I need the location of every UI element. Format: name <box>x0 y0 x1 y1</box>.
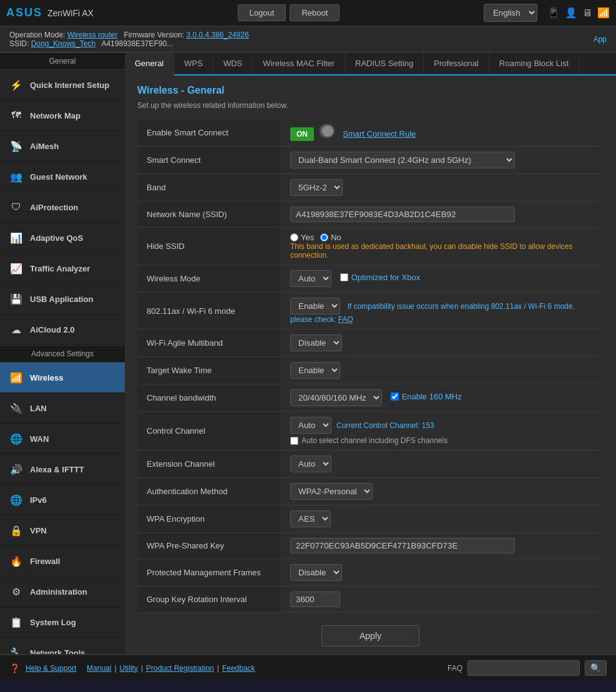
tab-professional[interactable]: Professional <box>424 52 489 74</box>
wifi-agile-select[interactable]: Disable <box>290 334 342 351</box>
op-mode-value[interactable]: Wireless router <box>67 31 118 39</box>
smart-connect-select[interactable]: Dual-Band Smart Connect (2.4GHz and 5GHz… <box>290 152 515 168</box>
logout-button[interactable]: Logout <box>238 4 286 21</box>
sidebar-item-wireless[interactable]: 📶 Wireless <box>0 363 125 393</box>
row-group-key: Group Key Rotation Interval <box>137 587 604 613</box>
administration-icon: ⚙ <box>7 583 25 600</box>
tab-wps[interactable]: WPS <box>174 52 213 74</box>
band-select[interactable]: 5GHz-2 <box>290 179 343 196</box>
sidebar-label-wan: WAN <box>30 434 49 444</box>
app-icon[interactable]: 📱 <box>547 7 560 19</box>
channel-bandwidth-select[interactable]: 20/40/80/160 MHz <box>290 389 382 406</box>
sidebar-label-alexa: Alexa & IFTTT <box>30 465 84 474</box>
wifi-icon[interactable]: 📶 <box>597 7 610 19</box>
utility-link[interactable]: Utility <box>120 664 138 673</box>
row-target-wake: Target Wake Time Enable <box>137 357 604 384</box>
smart-connect-rule-link[interactable]: Smart Connect Rule <box>343 129 416 139</box>
sidebar-label-administration: Administration <box>30 587 87 597</box>
sidebar-item-alexa-ifttt[interactable]: 🔊 Alexa & IFTTT <box>0 454 125 485</box>
sidebar-item-adaptive-qos[interactable]: 📊 Adaptive QoS <box>0 223 125 253</box>
sidebar-item-aimesh[interactable]: 📡 AiMesh <box>0 131 125 162</box>
content-area: General WPS WDS Wireless MAC Filter RADI… <box>125 52 616 654</box>
smart-connect-toggle-slider[interactable] <box>320 124 335 138</box>
manual-link[interactable]: Manual <box>87 664 111 673</box>
header-icons: 📱 👤 🖥 📶 <box>547 7 610 19</box>
hide-ssid-yes-label[interactable]: Yes <box>290 233 314 242</box>
row-hide-ssid: Hide SSID Yes No This band is used as de… <box>137 228 604 265</box>
tab-general[interactable]: General <box>125 52 174 76</box>
group-key-input[interactable] <box>290 592 340 607</box>
sidebar-label-network-tools: Network Tools <box>30 648 86 655</box>
sidebar-item-administration[interactable]: ⚙ Administration <box>0 577 125 607</box>
label-enable-smart-connect: Enable Smart Connect <box>137 119 281 147</box>
firmware-value[interactable]: 3.0.0.4.386_24926 <box>186 31 248 39</box>
value-auth-method: WPA2-Personal <box>281 478 604 505</box>
help-support-link[interactable]: Help & Support <box>26 664 76 673</box>
pmf-select[interactable]: Disable <box>290 564 342 581</box>
sidebar-item-guest-network[interactable]: 👥 Guest Network <box>0 162 125 192</box>
extension-channel-select[interactable]: Auto <box>290 456 331 472</box>
hide-ssid-no-radio[interactable] <box>320 233 328 241</box>
product-registration-link[interactable]: Product Registration <box>146 664 214 673</box>
wireless-mode-select[interactable]: Auto <box>290 270 331 287</box>
sidebar-general-label: General <box>0 52 125 70</box>
row-smart-connect: Smart Connect Dual-Band Smart Connect (2… <box>137 147 604 174</box>
value-smart-connect: Dual-Band Smart Connect (2.4GHz and 5GHz… <box>281 147 604 174</box>
hide-ssid-no-label[interactable]: No <box>320 233 341 242</box>
label-group-key: Group Key Rotation Interval <box>137 587 281 613</box>
sidebar-item-vpn[interactable]: 🔒 VPN <box>0 515 125 546</box>
lan-icon: 🔌 <box>7 399 25 417</box>
ssid-input[interactable] <box>290 207 515 222</box>
enable-160mhz-label[interactable]: Enable 160 MHz <box>391 392 462 401</box>
sidebar-item-usb-application[interactable]: 💾 USB Application <box>0 284 125 314</box>
sidebar-item-aicloud[interactable]: ☁ AiCloud 2.0 <box>0 314 125 345</box>
optimized-xbox-label[interactable]: Optimized for Xbox <box>340 273 421 282</box>
sidebar-item-system-log[interactable]: 📋 System Log <box>0 607 125 638</box>
language-select[interactable]: English <box>484 4 537 22</box>
control-channel-select[interactable]: Auto <box>290 417 331 434</box>
enable-160mhz-checkbox[interactable] <box>391 392 399 401</box>
hide-ssid-yes-radio[interactable] <box>290 233 298 241</box>
value-channel-bandwidth: 20/40/80/160 MHz Enable 160 MHz <box>281 384 604 412</box>
sidebar-item-network-map[interactable]: 🗺 Network Map <box>0 100 125 131</box>
user-icon[interactable]: 👤 <box>565 7 577 19</box>
display-icon[interactable]: 🖥 <box>582 7 592 19</box>
page-title: Wireless - General <box>137 85 604 96</box>
ssid-value[interactable]: Dong_Knows_Tech <box>31 39 95 48</box>
row-wifi-agile: Wi-Fi Agile Multiband Disable <box>137 329 604 357</box>
tab-roaming-block-list[interactable]: Roaming Block List <box>489 52 579 74</box>
faq-search-input[interactable] <box>467 660 580 676</box>
80211ax-faq-link[interactable]: FAQ <box>338 315 353 324</box>
dfs-checkbox[interactable] <box>290 437 298 445</box>
value-80211ax: Enable If compatibility issue occurs whe… <box>281 293 604 329</box>
sidebar-item-network-tools[interactable]: 🔧 Network Tools <box>0 638 125 654</box>
sidebar-item-ipv6[interactable]: 🌐 IPv6 <box>0 485 125 515</box>
wpa-encryption-select[interactable]: AES <box>290 510 331 527</box>
sidebar-label-guest-network: Guest Network <box>30 172 87 182</box>
80211ax-select[interactable]: Enable <box>290 298 340 314</box>
dfs-label: Auto select channel including DFS channe… <box>301 436 447 445</box>
sidebar-item-quick-internet-setup[interactable]: ⚡ Quick Internet Setup <box>0 70 125 100</box>
sidebar-item-traffic-analyzer[interactable]: 📈 Traffic Analyzer <box>0 253 125 284</box>
network-tools-icon: 🔧 <box>7 644 25 654</box>
sidebar-label-lan: LAN <box>30 404 47 413</box>
control-channel-row: Auto Current Control Channel: 153 <box>290 417 594 434</box>
tab-wds[interactable]: WDS <box>213 52 253 74</box>
smart-connect-toggle-on[interactable]: ON <box>290 127 314 141</box>
tab-wireless-mac-filter[interactable]: Wireless MAC Filter <box>253 52 345 74</box>
optimized-xbox-checkbox[interactable] <box>340 273 348 281</box>
firewall-icon: 🔥 <box>7 552 25 570</box>
apply-button[interactable]: Apply <box>321 625 419 646</box>
sidebar-item-wan[interactable]: 🌐 WAN <box>0 424 125 454</box>
target-wake-select[interactable]: Enable <box>290 362 340 379</box>
auth-method-select[interactable]: WPA2-Personal <box>290 483 373 500</box>
sidebar-item-lan[interactable]: 🔌 LAN <box>0 393 125 424</box>
sidebar-item-firewall[interactable]: 🔥 Firewall <box>0 546 125 577</box>
wpa-key-input[interactable] <box>290 538 515 553</box>
ipv6-icon: 🌐 <box>7 491 25 509</box>
tab-radius-setting[interactable]: RADIUS Setting <box>345 52 424 74</box>
faq-search-button[interactable]: 🔍 <box>585 660 607 676</box>
reboot-button[interactable]: Reboot <box>290 4 340 21</box>
feedback-link[interactable]: Feedback <box>222 664 255 673</box>
sidebar-item-aiprotection[interactable]: 🛡 AiProtection <box>0 192 125 223</box>
